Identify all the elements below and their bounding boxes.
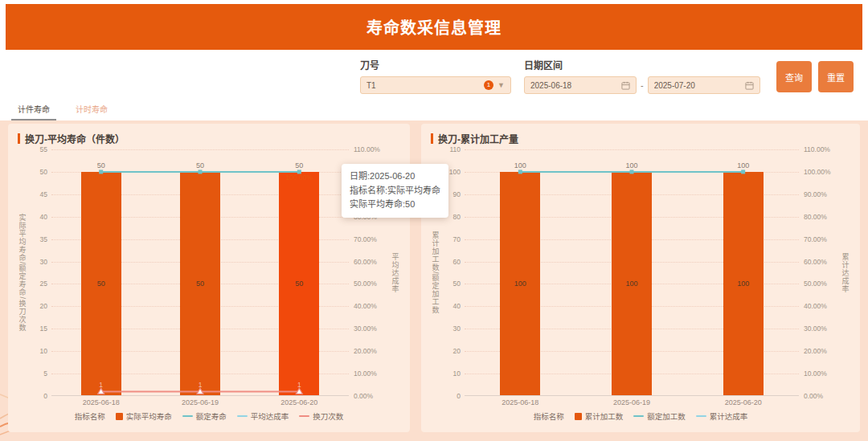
date-start-picker[interactable] <box>524 76 637 94</box>
tooltip-date: 日期:2025-06-20 <box>350 169 440 184</box>
legend-item-额定加工数[interactable]: 额定加工数 <box>633 410 686 422</box>
chart-title: 换刀-平均寿命（件数） <box>25 132 125 145</box>
legend-line-marker <box>299 415 309 418</box>
y-tick-right: 30.00% <box>804 325 827 333</box>
tool-number-label: 刀号 <box>360 58 511 71</box>
y-axis-ticks-left: 0510152025303540455055 <box>27 149 51 396</box>
calendar-icon[interactable] <box>621 81 630 90</box>
title-accent-bar <box>431 133 433 144</box>
date-end-value[interactable] <box>654 81 745 90</box>
selected-count-badge: 1 <box>484 80 493 90</box>
x-tick-label: 2025-06-18 <box>83 398 120 406</box>
legend-item-换刀次数[interactable]: 换刀次数 <box>299 410 343 422</box>
y-tick-left: 50 <box>40 168 47 176</box>
y-tick-right: 50.00% <box>804 280 827 288</box>
line-series-换刀次数 <box>51 149 349 396</box>
x-tick-label: 2025-06-18 <box>502 398 538 406</box>
legend-bar-marker <box>116 413 123 420</box>
y-tick-left: 80 <box>453 213 461 221</box>
y-axis-title-right: 累计达成率 <box>841 149 850 396</box>
page-title: 寿命数采信息管理 <box>366 15 502 39</box>
y-tick-left: 20 <box>40 302 47 310</box>
chevron-down-icon[interactable]: ▼ <box>497 81 505 89</box>
tool-number-select[interactable]: 1 ▼ <box>360 76 511 94</box>
title-accent-bar <box>18 133 20 144</box>
legend-item-平均达成率[interactable]: 平均达成率 <box>237 410 289 422</box>
y-tick-right: 100.00% <box>804 168 831 176</box>
legend-line-marker <box>696 415 706 418</box>
y-tick-left: 10 <box>453 370 461 378</box>
y-tick-left: 45 <box>40 190 47 198</box>
legend-line-marker <box>182 415 193 418</box>
line-point-label: 1 <box>199 381 203 389</box>
y-tick-left: 90 <box>453 190 461 198</box>
x-axis-labels: 2025-06-182025-06-192025-06-20 <box>465 396 799 408</box>
tool-number-value[interactable] <box>366 81 484 90</box>
x-tick-label: 2025-06-20 <box>725 398 762 406</box>
x-tick-label: 2025-06-19 <box>182 398 219 406</box>
legend-item-累计加工数[interactable]: 累计加工数 <box>575 410 624 422</box>
date-start-value[interactable] <box>530 81 621 90</box>
calendar-icon[interactable] <box>745 81 754 90</box>
y-tick-right: 110.00% <box>804 145 830 153</box>
x-tick-label: 2025-06-20 <box>280 398 317 406</box>
y-tick-right: 90.00% <box>804 190 827 198</box>
legend-title: 指标名称 <box>75 410 105 422</box>
legend-item-额定寿命[interactable]: 额定寿命 <box>182 410 227 422</box>
y-axis-title-left: 实际平均寿命/额定寿命/换刀次数 <box>18 149 27 396</box>
y-tick-left: 30 <box>453 325 461 333</box>
legend-bar-marker <box>575 413 582 420</box>
chart-title: 换刀-累计加工产量 <box>438 132 518 145</box>
y-tick-left: 70 <box>453 235 461 243</box>
legend-line-marker <box>633 415 644 418</box>
y-tick-left: 30 <box>40 258 47 266</box>
line-point-label: 1 <box>99 381 103 389</box>
y-tick-right: 70.00% <box>354 235 377 243</box>
chart-legend: 指标名称实际平均寿命额定寿命平均达成率换刀次数 <box>18 408 400 424</box>
line-point-label: 1 <box>297 381 301 389</box>
y-tick-right: 0.00% <box>804 392 823 400</box>
search-button[interactable]: 查询 <box>776 61 812 92</box>
y-tick-left: 20 <box>453 347 461 355</box>
legend-item-实际平均寿命[interactable]: 实际平均寿命 <box>116 410 172 422</box>
y-tick-right: 40.00% <box>354 302 377 310</box>
y-tick-right: 80.00% <box>804 213 827 221</box>
date-end-picker[interactable] <box>648 76 760 94</box>
y-tick-right: 10.00% <box>354 370 377 378</box>
y-tick-left: 50 <box>453 280 461 288</box>
y-tick-right: 40.00% <box>804 302 827 310</box>
legend-line-marker <box>237 415 248 418</box>
filter-bar: 刀号 1 ▼ 日期区间 - 查询 重置 <box>0 50 868 100</box>
y-tick-left: 0 <box>43 392 47 400</box>
line-series-额定加工数 <box>465 149 799 396</box>
legend-item-累计达成率[interactable]: 累计达成率 <box>696 410 748 422</box>
y-tick-left: 40 <box>453 302 461 310</box>
y-tick-left: 35 <box>40 235 47 243</box>
y-tick-right: 60.00% <box>354 258 377 266</box>
legend-title: 指标名称 <box>534 410 564 422</box>
date-range-label: 日期区间 <box>524 58 760 71</box>
y-tick-left: 110 <box>449 145 461 153</box>
y-tick-right: 110.00% <box>354 145 380 153</box>
tab-time-life[interactable]: 计时寿命 <box>69 99 114 120</box>
y-tick-left: 100 <box>449 168 461 176</box>
y-tick-right: 30.00% <box>354 325 377 333</box>
y-tick-left: 40 <box>40 213 47 221</box>
y-tick-right: 10.00% <box>804 370 827 378</box>
app-header: 寿命数采信息管理 <box>6 4 862 50</box>
tooltip-metric-value: 实际平均寿命:50 <box>350 198 440 212</box>
plot-area: 100100100100100100100.00%100.00%100.00% <box>465 149 799 396</box>
y-tick-left: 0 <box>457 392 461 400</box>
x-tick-label: 2025-06-19 <box>613 398 650 406</box>
date-range-field: 日期区间 - <box>524 58 760 94</box>
y-tick-left: 55 <box>40 145 47 153</box>
y-tick-right: 50.00% <box>354 280 377 288</box>
y-tick-right: 0.00% <box>354 392 373 400</box>
tool-number-field: 刀号 1 ▼ <box>360 58 511 94</box>
y-tick-right: 20.00% <box>804 347 827 355</box>
tabs: 计件寿命 计时寿命 <box>0 100 868 120</box>
x-axis-labels: 2025-06-182025-06-192025-06-20 <box>51 396 349 408</box>
tab-piece-life[interactable]: 计件寿命 <box>11 99 56 120</box>
y-tick-left: 60 <box>453 258 461 266</box>
reset-button[interactable]: 重置 <box>818 61 854 92</box>
